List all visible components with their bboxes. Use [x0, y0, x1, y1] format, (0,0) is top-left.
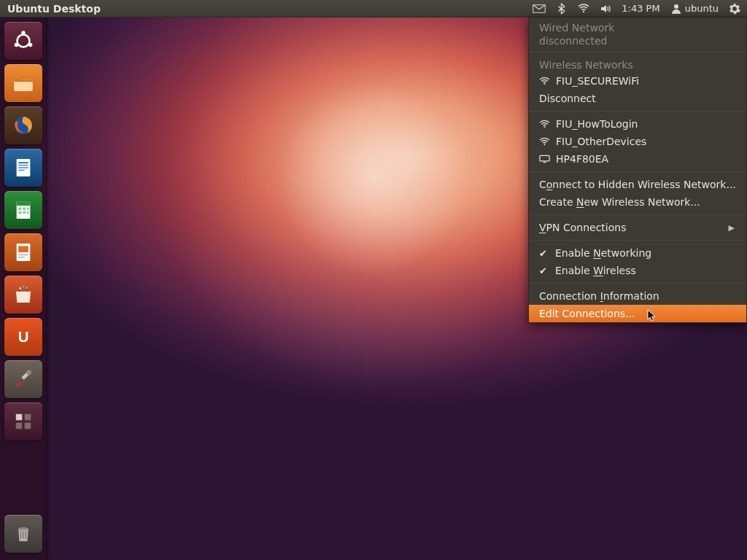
- session-indicator[interactable]: [727, 0, 743, 18]
- trash-icon: [11, 521, 36, 546]
- svg-rect-9: [18, 165, 28, 166]
- clock-indicator[interactable]: 1:43 PM: [619, 0, 662, 18]
- launcher-system-settings[interactable]: [4, 360, 42, 398]
- user-name: ubuntu: [685, 3, 719, 14]
- menu-connect-hidden[interactable]: Connect to Hidden Wireless Network...: [529, 176, 746, 193]
- monitor-icon: [539, 155, 550, 163]
- spreadsheet-icon: [11, 198, 36, 222]
- svg-rect-24: [16, 423, 23, 429]
- menu-separator: [529, 52, 746, 52]
- folder-icon: [11, 71, 36, 96]
- user-icon: [670, 3, 682, 15]
- volume-icon: [600, 3, 611, 15]
- menu-wifi-option-1[interactable]: FIU_OtherDevices: [529, 133, 746, 150]
- svg-point-18: [26, 287, 28, 289]
- menu-separator: [529, 214, 746, 215]
- submenu-arrow-icon: ▶: [729, 223, 735, 233]
- svg-point-2: [18, 35, 30, 47]
- svg-rect-25: [25, 423, 31, 429]
- mouse-cursor-icon: [647, 309, 657, 322]
- svg-point-28: [543, 126, 545, 128]
- wrench-screwdriver-icon: [11, 367, 36, 392]
- shopping-bag-icon: [11, 282, 36, 307]
- mail-indicator[interactable]: [530, 0, 548, 18]
- wired-status: disconnected: [529, 35, 746, 48]
- menu-separator: [529, 111, 746, 112]
- launcher-impress[interactable]: [4, 233, 42, 271]
- gear-icon: [729, 3, 740, 15]
- svg-point-17: [19, 287, 21, 289]
- menu-wifi-connected[interactable]: FIU_SECUREWiFi: [529, 72, 746, 90]
- ubuntu-one-icon: U: [11, 324, 36, 349]
- svg-point-3: [21, 31, 25, 34]
- clock-text: 1:43 PM: [622, 3, 659, 14]
- launcher-writer[interactable]: [4, 149, 42, 187]
- network-menu: Wired Network disconnected Wireless Netw…: [528, 18, 747, 323]
- top-panel: Ubuntu Desktop 1:43 PM ubuntu: [0, 0, 747, 18]
- svg-rect-22: [16, 414, 23, 421]
- bluetooth-icon: [556, 3, 568, 15]
- launcher-workspace-switcher[interactable]: [4, 402, 42, 440]
- launcher-firefox[interactable]: [4, 106, 42, 144]
- svg-point-0: [583, 10, 584, 12]
- menu-wifi-option-0[interactable]: FIU_HowToLogin: [529, 115, 746, 133]
- menu-separator: [529, 171, 746, 172]
- launcher-ubuntu-one[interactable]: U: [4, 318, 42, 356]
- ubuntu-logo-icon: [11, 28, 36, 53]
- menu-connection-info[interactable]: Connection Information: [529, 287, 746, 305]
- wifi-icon: [578, 3, 589, 15]
- svg-point-27: [543, 83, 545, 85]
- svg-rect-8: [18, 162, 28, 163]
- svg-rect-15: [18, 254, 28, 256]
- launcher-trash[interactable]: [4, 515, 42, 553]
- menu-enable-wireless[interactable]: ✔ Enable Wireless: [529, 262, 746, 279]
- svg-point-29: [543, 144, 545, 145]
- svg-rect-16: [18, 257, 25, 258]
- svg-point-21: [26, 370, 31, 375]
- menu-disconnect[interactable]: Disconnect: [529, 90, 746, 107]
- launcher-calc[interactable]: [4, 191, 42, 229]
- svg-rect-11: [18, 170, 25, 171]
- bluetooth-indicator[interactable]: [554, 0, 570, 18]
- menu-edit-connections[interactable]: Edit Connections...: [529, 305, 746, 322]
- launcher-dash[interactable]: [4, 22, 42, 60]
- document-text-icon: [11, 155, 36, 180]
- svg-point-26: [18, 527, 28, 530]
- wired-header: Wired Network: [529, 18, 746, 35]
- wifi-connected-name: FIU_SECUREWiFi: [556, 75, 736, 87]
- wireless-header: Wireless Networks: [529, 56, 746, 72]
- user-indicator[interactable]: ubuntu: [668, 0, 721, 18]
- sound-indicator[interactable]: [597, 0, 614, 18]
- svg-point-1: [674, 4, 678, 9]
- indicator-area: 1:43 PM ubuntu: [530, 0, 747, 18]
- svg-point-5: [15, 43, 18, 47]
- panel-title: Ubuntu Desktop: [0, 3, 108, 15]
- menu-wifi-option-2[interactable]: HP4F80EA: [529, 150, 746, 168]
- wifi-icon: [539, 137, 550, 146]
- wifi-icon: [539, 77, 550, 85]
- menu-create-new[interactable]: Create New Wireless Network...: [529, 193, 746, 211]
- check-icon: ✔: [539, 248, 549, 259]
- launcher-software-center[interactable]: [4, 276, 42, 314]
- svg-text:U: U: [18, 329, 29, 345]
- menu-separator: [529, 283, 746, 284]
- svg-point-4: [28, 43, 32, 47]
- launcher-files[interactable]: [4, 64, 42, 102]
- svg-rect-10: [18, 167, 28, 168]
- svg-point-19: [22, 285, 24, 287]
- network-indicator[interactable]: [576, 0, 592, 18]
- menu-separator: [529, 240, 746, 241]
- workspaces-icon: [11, 409, 36, 434]
- mail-icon: [533, 4, 546, 14]
- unity-launcher: U: [0, 18, 47, 560]
- menu-enable-networking[interactable]: ✔ Enable Networking: [529, 244, 746, 262]
- wifi-icon: [539, 120, 550, 128]
- presentation-icon: [11, 240, 36, 265]
- firefox-icon: [11, 113, 36, 138]
- check-icon: ✔: [539, 265, 549, 276]
- svg-rect-14: [18, 246, 28, 253]
- menu-vpn[interactable]: VPN Connections ▶: [529, 219, 746, 236]
- svg-rect-23: [25, 414, 31, 421]
- svg-rect-30: [540, 155, 549, 161]
